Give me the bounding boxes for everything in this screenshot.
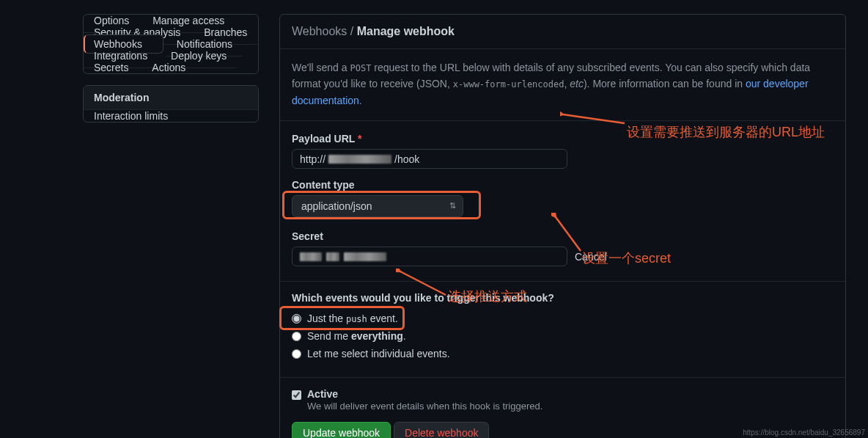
encoding-code: x-www-form-urlencoded [453,79,564,90]
secret-field: Secret Cancel [292,230,834,266]
active-label: Active [307,388,542,400]
secret-label: Secret [292,230,834,242]
content-type-label: Content type [292,179,834,191]
update-webhook-button[interactable]: Update webhook [292,422,391,438]
breadcrumb-root[interactable]: Webhooks [292,25,347,37]
secret-input[interactable] [292,247,567,266]
sidebar-menu-main: Options Manage access Security & analysi… [83,14,259,74]
active-desc: We will deliver event details when this … [307,401,542,412]
radio-individual-input[interactable] [292,349,301,359]
radio-everything[interactable]: Send me everything. [292,330,834,342]
radio-individual[interactable]: Let me select individual events. [292,348,834,359]
secret-cancel-link[interactable]: Cancel [575,251,607,263]
method-code: POST [350,63,371,73]
active-checkbox[interactable] [292,390,301,400]
webhook-panel: Webhooks / Manage webhook We'll send a P… [279,14,846,438]
intro-text: We'll send a POST request to the URL bel… [280,49,845,121]
breadcrumb-current: Manage webhook [357,25,455,37]
payload-url-field: Payload URL * http:///hook [292,133,834,169]
content-type-field: Content type application/json ⇅ [292,179,834,217]
sidebar-item-actions[interactable]: Actions [141,56,196,74]
sidebar-item-secrets[interactable]: Secrets [84,56,139,74]
sidebar-menu-moderation: Moderation Interaction limits [83,85,259,123]
redacted-secret [300,252,322,261]
radio-everything-input[interactable] [292,332,301,341]
watermark: https://blog.csdn.net/baidu_32656897 [743,428,865,437]
redacted-host [328,155,391,164]
payload-url-label: Payload URL * [292,133,834,145]
events-title: Which events would you like to trigger t… [292,292,834,304]
breadcrumb: Webhooks / Manage webhook [280,15,845,49]
radio-just-push-input[interactable] [292,314,301,324]
delete-webhook-button[interactable]: Delete webhook [394,422,489,438]
sidebar-item-interaction-limits[interactable]: Interaction limits [84,104,178,123]
content-type-select[interactable]: application/json [292,195,463,217]
radio-just-push[interactable]: Just the push event. [292,313,834,324]
events-group: Which events would you like to trigger t… [280,282,845,378]
settings-sidebar: Options Manage access Security & analysi… [83,14,259,438]
payload-url-input[interactable]: http:///hook [292,149,567,169]
